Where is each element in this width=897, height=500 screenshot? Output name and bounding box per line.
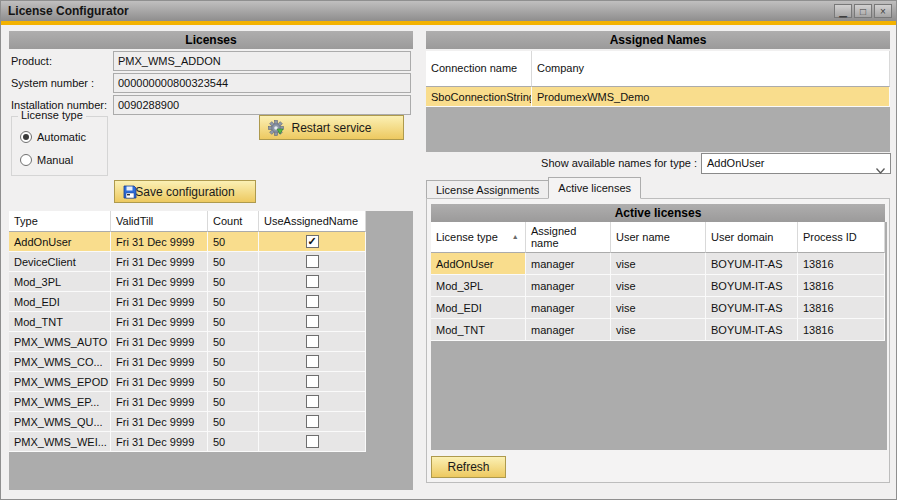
license-table-row[interactable]: Mod_3PLFri 31 Dec 999950 — [9, 272, 413, 292]
active-licenses-column-header[interactable]: User name — [611, 222, 706, 253]
use-assigned-name-cell[interactable] — [259, 412, 366, 432]
count-cell[interactable]: 50 — [208, 352, 259, 372]
maximize-button[interactable]: □ — [854, 4, 872, 18]
license-table-column-header[interactable]: Type — [9, 211, 111, 232]
valid-till-cell[interactable]: Fri 31 Dec 9999 — [111, 232, 208, 252]
use-assigned-name-checkbox[interactable] — [306, 375, 319, 388]
valid-till-cell[interactable]: Fri 31 Dec 9999 — [111, 252, 208, 272]
count-cell[interactable]: 50 — [208, 432, 259, 452]
active-process-id-cell[interactable]: 13816 — [798, 253, 885, 275]
use-assigned-name-cell[interactable] — [259, 292, 366, 312]
tab-active-licenses[interactable]: Active licenses — [548, 177, 641, 199]
active-license-type-cell[interactable]: AddOnUser — [431, 253, 526, 275]
license-table-column-header[interactable]: Count — [208, 211, 259, 232]
license-type-cell[interactable]: PMX_WMS_EPOD — [9, 372, 111, 392]
radio-automatic-icon[interactable] — [20, 131, 32, 143]
license-type-cell[interactable]: PMX_WMS_AUTO — [9, 332, 111, 352]
minimize-button[interactable]: ▁ — [834, 4, 852, 18]
license-type-cell[interactable]: AddOnUser — [9, 232, 111, 252]
names-table-row[interactable]: SboConnectionStringProdumexWMS_Demo — [426, 87, 890, 107]
use-assigned-name-cell[interactable] — [259, 352, 366, 372]
active-process-id-cell[interactable]: 13816 — [798, 275, 885, 297]
refresh-button[interactable]: Refresh — [431, 456, 506, 478]
license-type-cell[interactable]: PMX_WMS_CO... — [9, 352, 111, 372]
count-cell[interactable]: 50 — [208, 232, 259, 252]
use-assigned-name-checkbox[interactable] — [306, 275, 319, 288]
valid-till-cell[interactable]: Fri 31 Dec 9999 — [111, 272, 208, 292]
license-type-cell[interactable]: DeviceClient — [9, 252, 111, 272]
license-table-row[interactable]: Mod_EDIFri 31 Dec 999950 — [9, 292, 413, 312]
use-assigned-name-cell[interactable] — [259, 332, 366, 352]
count-cell[interactable]: 50 — [208, 312, 259, 332]
use-assigned-name-checkbox[interactable] — [306, 395, 319, 408]
active-license-type-cell[interactable]: Mod_3PL — [431, 275, 526, 297]
license-table-row[interactable]: AddOnUserFri 31 Dec 999950✓ — [9, 232, 413, 252]
active-licenses-row[interactable]: Mod_EDImanagerviseBOYUM-IT-AS13816 — [431, 297, 887, 319]
license-type-manual-option[interactable]: Manual — [20, 153, 73, 167]
license-type-cell[interactable]: Mod_EDI — [9, 292, 111, 312]
use-assigned-name-checkbox[interactable] — [306, 315, 319, 328]
active-process-id-cell[interactable]: 13816 — [798, 297, 885, 319]
active-license-type-cell[interactable]: Mod_EDI — [431, 297, 526, 319]
use-assigned-name-checkbox[interactable] — [306, 415, 319, 428]
license-type-cell[interactable]: PMX_WMS_EP... — [9, 392, 111, 412]
license-table-row[interactable]: DeviceClientFri 31 Dec 999950 — [9, 252, 413, 272]
count-cell[interactable]: 50 — [208, 332, 259, 352]
count-cell[interactable]: 50 — [208, 392, 259, 412]
license-type-automatic-option[interactable]: Automatic — [20, 130, 86, 144]
connection-name-cell[interactable]: SboConnectionString — [426, 87, 532, 107]
license-table-row[interactable]: PMX_WMS_EPODFri 31 Dec 999950 — [9, 372, 413, 392]
count-cell[interactable]: 50 — [208, 252, 259, 272]
active-user-domain-cell[interactable]: BOYUM-IT-AS — [706, 297, 798, 319]
system-number-field[interactable]: 000000000800323544 — [113, 73, 411, 93]
license-table-row[interactable]: Mod_TNTFri 31 Dec 999950 — [9, 312, 413, 332]
use-assigned-name-cell[interactable] — [259, 392, 366, 412]
valid-till-cell[interactable]: Fri 31 Dec 9999 — [111, 372, 208, 392]
product-field[interactable]: PMX_WMS_ADDON — [113, 51, 411, 71]
license-table-row[interactable]: PMX_WMS_QU...Fri 31 Dec 999950 — [9, 412, 413, 432]
active-licenses-column-header[interactable]: Assigned name — [526, 222, 611, 253]
license-type-cell[interactable]: PMX_WMS_WEI... — [9, 432, 111, 452]
use-assigned-name-checkbox[interactable]: ✓ — [306, 235, 319, 248]
valid-till-cell[interactable]: Fri 31 Dec 9999 — [111, 432, 208, 452]
use-assigned-name-cell[interactable] — [259, 432, 366, 452]
active-user-domain-cell[interactable]: BOYUM-IT-AS — [706, 275, 798, 297]
name-type-dropdown[interactable]: AddOnUser — [701, 153, 891, 174]
license-type-cell[interactable]: Mod_3PL — [9, 272, 111, 292]
active-licenses-column-header[interactable]: License type▲ — [431, 222, 526, 253]
active-user-name-cell[interactable]: vise — [611, 297, 706, 319]
use-assigned-name-cell[interactable]: ✓ — [259, 232, 366, 252]
active-assigned-name-cell[interactable]: manager — [526, 319, 611, 341]
save-configuration-button[interactable]: Save configuration — [114, 180, 256, 203]
active-assigned-name-cell[interactable]: manager — [526, 297, 611, 319]
use-assigned-name-cell[interactable] — [259, 312, 366, 332]
valid-till-cell[interactable]: Fri 31 Dec 9999 — [111, 312, 208, 332]
valid-till-cell[interactable]: Fri 31 Dec 9999 — [111, 412, 208, 432]
close-button[interactable]: × — [874, 4, 892, 18]
company-cell[interactable]: ProdumexWMS_Demo — [532, 87, 890, 107]
active-user-domain-cell[interactable]: BOYUM-IT-AS — [706, 319, 798, 341]
license-table-row[interactable]: PMX_WMS_EP...Fri 31 Dec 999950 — [9, 392, 413, 412]
count-cell[interactable]: 50 — [208, 372, 259, 392]
names-table-column-header[interactable]: Company — [532, 51, 890, 87]
valid-till-cell[interactable]: Fri 31 Dec 9999 — [111, 292, 208, 312]
radio-manual-icon[interactable] — [20, 154, 32, 166]
active-licenses-row[interactable]: Mod_TNTmanagerviseBOYUM-IT-AS13816 — [431, 319, 887, 341]
active-user-domain-cell[interactable]: BOYUM-IT-AS — [706, 253, 798, 275]
use-assigned-name-checkbox[interactable] — [306, 435, 319, 448]
license-table-row[interactable]: PMX_WMS_CO...Fri 31 Dec 999950 — [9, 352, 413, 372]
active-user-name-cell[interactable]: vise — [611, 319, 706, 341]
count-cell[interactable]: 50 — [208, 292, 259, 312]
license-table-column-header[interactable]: UseAssignedName — [259, 211, 366, 232]
active-licenses-column-header[interactable]: Process ID — [798, 222, 885, 253]
valid-till-cell[interactable]: Fri 31 Dec 9999 — [111, 392, 208, 412]
use-assigned-name-checkbox[interactable] — [306, 295, 319, 308]
license-type-cell[interactable]: Mod_TNT — [9, 312, 111, 332]
license-table-row[interactable]: PMX_WMS_WEI...Fri 31 Dec 999950 — [9, 432, 413, 452]
use-assigned-name-checkbox[interactable] — [306, 355, 319, 368]
active-licenses-row[interactable]: AddOnUsermanagerviseBOYUM-IT-AS13816 — [431, 253, 887, 275]
title-bar[interactable]: License Configurator ▁ □ × — [1, 1, 896, 21]
tab-license-assignments[interactable]: License Assignments — [426, 180, 549, 199]
license-type-cell[interactable]: PMX_WMS_QU... — [9, 412, 111, 432]
use-assigned-name-cell[interactable] — [259, 252, 366, 272]
